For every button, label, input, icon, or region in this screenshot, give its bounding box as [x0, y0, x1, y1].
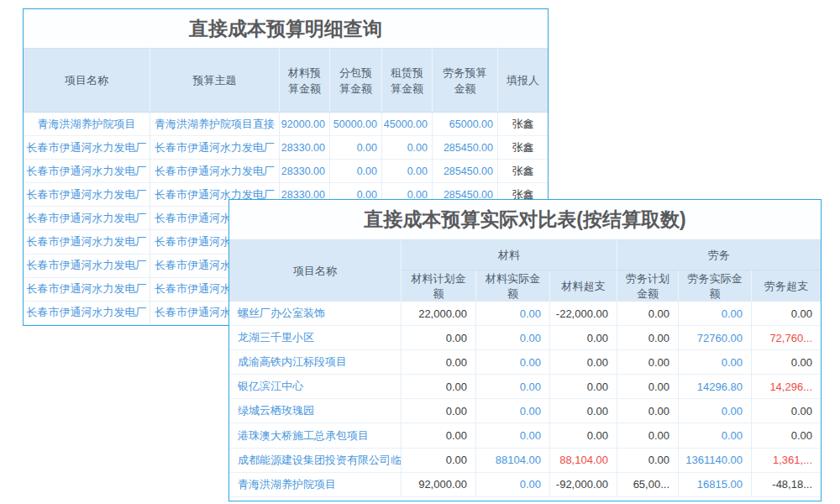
- cell-project-name: 银亿滨江中心: [229, 375, 402, 399]
- cell-material-over: -22,000.00: [550, 302, 617, 326]
- cell-material-actual: 0.00: [476, 473, 550, 497]
- cell-material-plan: 0.00: [402, 399, 476, 423]
- cell-material-over: 0.00: [550, 399, 617, 423]
- table-row[interactable]: 青海洪湖养护院项目青海洪湖养护院项目直接92000.0050000.004500…: [24, 113, 548, 136]
- cell-project-name: 成都能源建设集团投资有限公司临时: [229, 449, 402, 473]
- cell-labor-over: 72,760...: [752, 326, 821, 350]
- column-header-labor-budget: 劳务预算金额: [433, 49, 498, 113]
- cell-labor-actual: 0.00: [679, 399, 752, 423]
- cell-labor-over: -48,18...: [752, 473, 821, 497]
- column-header-labor-plan: 劳务计划金额: [617, 270, 679, 302]
- cell-material-actual: 0.00: [476, 423, 550, 448]
- column-header-material-plan: 材料计划金额: [402, 270, 476, 302]
- group-header-labor: 劳务: [617, 240, 821, 270]
- table-row[interactable]: 港珠澳大桥施工总承包项目0.000.000.000.000.000.00: [229, 423, 821, 448]
- cell-material-over: 0.00: [550, 326, 617, 350]
- column-header-material-budget: 材料预算金额: [280, 49, 330, 113]
- cell-labor-over: 0.00: [752, 399, 821, 423]
- table-row[interactable]: 银亿滨江中心0.000.000.000.0014296.8014,296...: [229, 375, 821, 399]
- cell-labor-actual: 72760.00: [679, 326, 752, 350]
- cell-project-name: 长春市伊通河水力发电厂: [24, 230, 150, 254]
- column-header-project-name: 项目名称: [24, 49, 150, 113]
- cell-labor-plan: 0.00: [617, 302, 679, 326]
- cell-material-plan: 0.00: [402, 449, 476, 473]
- cell-material-actual: 0.00: [476, 350, 550, 375]
- cell-material-budget: 28330.00: [280, 160, 330, 183]
- cell-material-plan: 0.00: [402, 423, 476, 448]
- table-row[interactable]: 长春市伊通河水力发电厂长春市伊通河水力发电厂28330.000.000.0028…: [24, 160, 548, 183]
- column-header-labor-actual: 劳务实际金额: [679, 270, 752, 302]
- cell-project-name: 长春市伊通河水力发电厂: [24, 302, 150, 325]
- cell-labor-plan: 0.00: [617, 326, 679, 350]
- table-row[interactable]: 绿城云栖玫瑰园0.000.000.000.000.000.00: [229, 399, 821, 423]
- column-header-labor-over: 劳务超支: [752, 270, 821, 302]
- cell-project-name: 绿城云栖玫瑰园: [229, 399, 402, 423]
- cell-lease-budget: 0.00: [382, 136, 433, 160]
- cell-material-plan: 0.00: [402, 326, 476, 350]
- cell-material-over: 88,104.00: [550, 449, 617, 473]
- column-header-material-over: 材料超支: [550, 270, 617, 302]
- budget-actual-comparison-window: 直接成本预算实际对比表(按结算取数) 项目名称 材料劳务 材料计划金额材料实际金…: [228, 199, 822, 501]
- table-row[interactable]: 成都能源建设集团投资有限公司临时0.0088104.0088,104.000.0…: [229, 449, 821, 473]
- cell-labor-over: 1,361,...: [752, 449, 821, 473]
- cell-lease-budget: 0.00: [382, 160, 433, 183]
- cell-project-name: 长春市伊通河水力发电厂: [24, 207, 150, 230]
- table-row[interactable]: 螺丝厂办公室装饰22,000.000.00-22,000.000.000.000…: [229, 302, 821, 326]
- cell-labor-actual: 0.00: [679, 350, 752, 375]
- cell-labor-plan: 0.00: [617, 449, 679, 473]
- cell-project-name: 长春市伊通河水力发电厂: [24, 160, 150, 183]
- column-header-budget-subject: 预算主题: [150, 49, 280, 113]
- column-header-subcontract-budget: 分包预算金额: [330, 49, 382, 113]
- cell-material-actual: 0.00: [476, 302, 550, 326]
- cell-reporter: 张鑫: [498, 136, 548, 160]
- cell-material-actual: 0.00: [476, 375, 550, 399]
- cell-project-name: 长春市伊通河水力发电厂: [24, 136, 150, 160]
- cell-project-name: 港珠澳大桥施工总承包项目: [229, 423, 402, 448]
- cell-project-name: 青海洪湖养护院项目: [229, 473, 402, 497]
- cell-labor-plan: 0.00: [617, 399, 679, 423]
- cell-labor-plan: 0.00: [617, 423, 679, 448]
- cell-labor-actual: 1361140.00: [679, 449, 752, 473]
- cell-subcontract-budget: 50000.00: [330, 113, 382, 136]
- cell-project-name: 螺丝厂办公室装饰: [229, 302, 402, 326]
- cell-labor-over: 0.00: [752, 423, 821, 448]
- cell-material-plan: 0.00: [402, 350, 476, 375]
- table-row[interactable]: 长春市伊通河水力发电厂长春市伊通河水力发电厂28330.000.000.0028…: [24, 136, 548, 160]
- table-row[interactable]: 成渝高铁内江标段项目0.000.000.000.000.000.00: [229, 350, 821, 375]
- app-background: 直接成本预算明细查询 项目名称预算主题材料预算金额分包预算金额租赁预算金额劳务预…: [0, 0, 840, 504]
- cell-reporter: 张鑫: [498, 113, 548, 136]
- cell-material-over: 0.00: [550, 423, 617, 448]
- cell-labor-actual: 14296.80: [679, 375, 752, 399]
- cell-subcontract-budget: 0.00: [330, 136, 382, 160]
- column-header-lease-budget: 租赁预算金额: [382, 49, 433, 113]
- front-table-header: 项目名称 材料劳务 材料计划金额材料实际金额材料超支劳务计划金额劳务实际金额劳务…: [229, 240, 821, 302]
- back-table-header: 项目名称预算主题材料预算金额分包预算金额租赁预算金额劳务预算金额填报人: [24, 49, 548, 113]
- cell-project-name: 长春市伊通河水力发电厂: [24, 183, 150, 207]
- table-row[interactable]: 龙湖三千里小区0.000.000.000.0072760.0072,760...: [229, 326, 821, 350]
- cell-material-actual: 0.00: [476, 326, 550, 350]
- cell-material-plan: 92,000.00: [402, 473, 476, 497]
- cell-material-over: 0.00: [550, 350, 617, 375]
- cell-reporter: 张鑫: [498, 160, 548, 183]
- cell-labor-plan: 0.00: [617, 375, 679, 399]
- front-table-body: 螺丝厂办公室装饰22,000.000.00-22,000.000.000.000…: [229, 302, 821, 497]
- column-header-material-actual: 材料实际金额: [476, 270, 550, 302]
- cell-budget-subject: 青海洪湖养护院项目直接: [150, 113, 280, 136]
- cell-project-name: 长春市伊通河水力发电厂: [24, 278, 150, 302]
- cell-labor-plan: 65,00...: [617, 473, 679, 497]
- cell-material-plan: 22,000.00: [402, 302, 476, 326]
- cell-labor-budget: 285450.00: [433, 160, 498, 183]
- cell-labor-actual: 0.00: [679, 302, 752, 326]
- column-header-project-name: 项目名称: [229, 240, 402, 302]
- cell-material-budget: 28330.00: [280, 136, 330, 160]
- cell-material-actual: 0.00: [476, 399, 550, 423]
- table-row[interactable]: 青海洪湖养护院项目92,000.000.00-92,000.0065,00...…: [229, 473, 821, 497]
- cell-project-name: 龙湖三千里小区: [229, 326, 402, 350]
- cell-subcontract-budget: 0.00: [330, 160, 382, 183]
- cell-budget-subject: 长春市伊通河水力发电厂: [150, 160, 280, 183]
- cell-labor-over: 14,296...: [752, 375, 821, 399]
- column-header-reporter: 填报人: [498, 49, 548, 113]
- front-panel-title: 直接成本预算实际对比表(按结算取数): [229, 200, 821, 240]
- cell-budget-subject: 长春市伊通河水力发电厂: [150, 136, 280, 160]
- cell-labor-over: 0.00: [752, 350, 821, 375]
